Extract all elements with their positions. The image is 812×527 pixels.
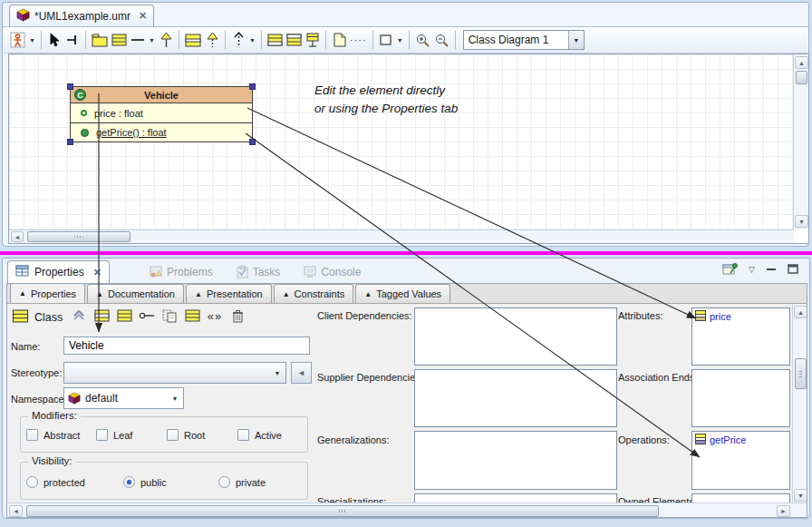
name-input[interactable] — [63, 337, 310, 355]
selection-handle-bottom-right[interactable] — [249, 139, 256, 145]
zoom-in-button[interactable] — [413, 30, 432, 51]
canvas-vscroll-thumb[interactable] — [796, 71, 807, 84]
view-tab-properties[interactable]: Properties ✕ — [7, 260, 110, 283]
editor-tab-uml1example[interactable]: *UML1example.umr ✕ — [9, 5, 154, 26]
selection-handle-bottom-left[interactable] — [67, 139, 73, 145]
stereotype-button[interactable]: «» — [207, 307, 223, 324]
association-tool-button[interactable] — [129, 30, 147, 51]
uml-attribute-row[interactable]: price : float — [71, 103, 252, 122]
diagram-selector-dropdown-icon[interactable]: ▾ — [568, 31, 584, 49]
namespace-combo[interactable]: default ▾ — [63, 387, 184, 409]
public-radio-icon[interactable] — [123, 476, 135, 488]
select-cursor-button[interactable] — [45, 30, 63, 51]
tab-properties[interactable]: ▲Properties — [10, 283, 85, 303]
editor-tab-close-icon[interactable]: ✕ — [139, 10, 147, 22]
canvas-vertical-scrollbar[interactable]: ▲ ▼ — [793, 54, 808, 229]
selection-handle-top-left[interactable] — [67, 83, 73, 90]
uml-class-header[interactable]: C Vehicle — [71, 87, 252, 103]
view-menu-icon[interactable]: ▽ — [749, 265, 755, 274]
stereotype-back-button[interactable]: ◄ — [291, 362, 312, 384]
copy-element-button[interactable] — [161, 307, 178, 324]
checkbox-root[interactable]: Root — [167, 429, 205, 441]
radio-public[interactable]: public — [123, 476, 167, 488]
tab-constraints[interactable]: ▲Constraints — [274, 284, 354, 303]
marquee-tool-button[interactable] — [63, 30, 82, 51]
shape-tool-button[interactable] — [377, 30, 395, 51]
scroll-left-icon[interactable]: ◄ — [9, 505, 23, 517]
operation-compartment-button[interactable] — [285, 30, 304, 51]
association-ends-list[interactable] — [691, 369, 790, 427]
association-tool-dropdown-icon[interactable]: ▾ — [147, 36, 157, 44]
canvas-horizontal-scrollbar[interactable]: ◄ — [9, 229, 794, 243]
actor-tool-dropdown-icon[interactable]: ▾ — [27, 36, 37, 44]
generalizations-list[interactable] — [414, 431, 617, 490]
view-tab-console[interactable]: Console — [304, 266, 361, 278]
attribute-compartment-button[interactable] — [266, 30, 285, 51]
checkbox-leaf[interactable]: Leaf — [96, 429, 132, 441]
tab-tagged-values[interactable]: ▲Tagged Values — [355, 284, 450, 303]
scroll-up-icon[interactable]: ▲ — [795, 56, 808, 69]
attribute-item-price[interactable]: price — [695, 310, 787, 323]
realization-tool-button[interactable] — [203, 30, 221, 51]
abstract-checkbox-icon[interactable] — [26, 429, 38, 441]
operation-item-getprice[interactable]: getPrice — [695, 434, 787, 446]
note-tool-button[interactable] — [330, 30, 348, 51]
tab-presentation[interactable]: ▲Presentation — [186, 284, 272, 303]
attributes-list[interactable]: price — [691, 307, 790, 366]
navigate-up-button[interactable] — [71, 307, 87, 324]
dependency-tool-dropdown-icon[interactable]: ▾ — [247, 36, 257, 44]
radio-protected[interactable]: protected — [26, 476, 85, 488]
namespace-dropdown-icon[interactable]: ▾ — [167, 395, 183, 403]
private-radio-icon[interactable] — [218, 476, 230, 488]
properties-vertical-scrollbar[interactable]: ▲ ▼ — [792, 305, 807, 503]
class-tool-button[interactable] — [110, 30, 129, 51]
add-operation-button[interactable] — [116, 307, 132, 324]
anchor-tool-button[interactable]: ···· — [348, 30, 369, 51]
scroll-right-icon[interactable]: ► — [777, 505, 790, 517]
uml-operation-row[interactable]: getPrice() : float — [71, 122, 252, 142]
leaf-checkbox-icon[interactable] — [96, 429, 108, 441]
shape-tool-dropdown-icon[interactable]: ▾ — [395, 36, 405, 44]
anchored-class-button[interactable] — [304, 30, 322, 51]
view-tab-problems[interactable]: Problems — [150, 266, 213, 278]
delete-element-button[interactable] — [229, 307, 246, 324]
checkbox-abstract[interactable]: Abstract — [26, 429, 80, 441]
view-tab-tasks[interactable]: Tasks — [237, 266, 281, 278]
view-tab-close-icon[interactable]: ✕ — [93, 267, 102, 278]
diagram-selector-combo[interactable]: Class Diagram 1 ▾ — [463, 30, 585, 50]
tab-documentation[interactable]: ▲Documentation — [87, 284, 184, 303]
package-tool-button[interactable] — [90, 30, 110, 51]
generalization-tool-button[interactable] — [157, 30, 175, 51]
scroll-left-icon[interactable]: ◄ — [11, 231, 24, 242]
operations-list[interactable]: getPrice — [691, 431, 790, 490]
stereotype-dropdown-icon[interactable]: ▾ — [269, 369, 285, 377]
classifier-tool-button[interactable] — [183, 30, 203, 51]
actor-tool-button[interactable] — [8, 30, 27, 51]
pin-view-button[interactable] — [722, 262, 738, 276]
add-inner-class-button[interactable] — [184, 307, 200, 324]
root-checkbox-icon[interactable] — [167, 429, 179, 441]
maximize-view-button[interactable] — [788, 264, 798, 274]
properties-vscroll-thumb[interactable] — [795, 358, 807, 389]
scroll-down-icon[interactable]: ▼ — [794, 489, 807, 502]
protected-radio-icon[interactable] — [26, 476, 38, 488]
minimize-view-button[interactable] — [766, 265, 777, 274]
client-dependencies-list[interactable] — [414, 307, 617, 366]
radio-private[interactable]: private — [218, 476, 266, 488]
zoom-out-button[interactable] — [432, 30, 451, 51]
active-checkbox-icon[interactable] — [237, 429, 249, 441]
dependency-tool-button[interactable] — [229, 30, 247, 51]
properties-hscroll-thumb[interactable] — [26, 505, 659, 517]
add-association-button[interactable] — [139, 307, 155, 324]
supplier-dependencies-list[interactable] — [414, 369, 617, 427]
uml-class-vehicle[interactable]: C Vehicle price : float getPrice() : flo… — [70, 86, 253, 142]
diagram-canvas[interactable]: C Vehicle price : float getPrice() : flo… — [9, 54, 794, 229]
checkbox-active[interactable]: Active — [237, 429, 282, 441]
canvas-hscroll-thumb[interactable] — [27, 231, 130, 242]
stereotype-combo[interactable]: ▾ — [63, 362, 286, 384]
properties-horizontal-scrollbar[interactable]: ◄ ► — [7, 503, 807, 518]
scroll-down-icon[interactable]: ▼ — [795, 215, 808, 228]
add-attribute-button[interactable] — [93, 307, 110, 324]
selection-handle-top-right[interactable] — [249, 83, 256, 90]
scroll-up-icon[interactable]: ▲ — [794, 306, 807, 318]
